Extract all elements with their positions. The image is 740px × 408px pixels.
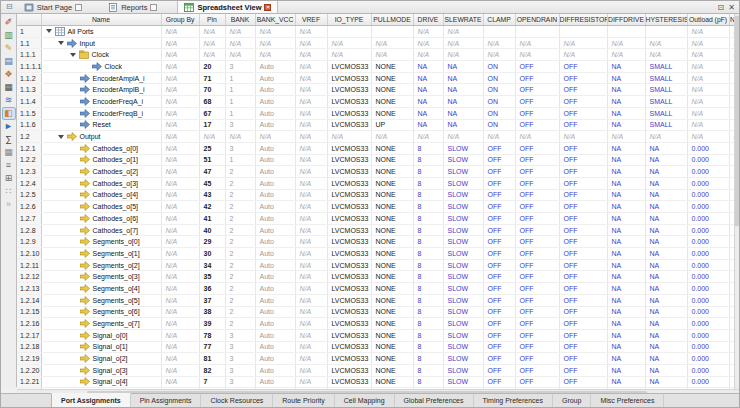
cell-pullmode[interactable]: NONE <box>371 306 413 318</box>
cell-hysteresis[interactable]: NA <box>645 224 687 236</box>
cell-name[interactable]: Clock <box>41 49 161 61</box>
tab-close-icon[interactable] <box>75 4 82 11</box>
cell-bank_vcc[interactable]: Auto <box>255 142 295 154</box>
cell-slewrate[interactable]: NA <box>443 107 483 119</box>
cell-name[interactable]: Cathodes_o[4] <box>41 189 161 201</box>
cell-clamp[interactable]: N/A <box>483 131 515 143</box>
cell-pin[interactable]: 51 <box>199 154 225 166</box>
cell-drive[interactable]: 8 <box>413 236 443 248</box>
cell-pin[interactable]: 70 <box>199 84 225 96</box>
cell-hysteresis[interactable]: NA <box>645 166 687 178</box>
cell-slewrate[interactable]: N/A <box>443 49 483 61</box>
cell-bank[interactable]: 2 <box>225 236 255 248</box>
cell-pin[interactable]: N/A <box>199 49 225 61</box>
cell-slewrate[interactable]: NA <box>443 61 483 73</box>
cell-pin[interactable]: 47 <box>199 166 225 178</box>
cell-name[interactable]: Signal_o[4] <box>41 376 161 388</box>
cell-bank[interactable]: 2 <box>225 189 255 201</box>
document-tab-reports[interactable]: Reports <box>102 1 163 13</box>
cell-outload_pf[interactable]: 0.000 <box>687 201 729 213</box>
toolbar-icon-15[interactable]: » <box>3 199 15 210</box>
cell-io_type[interactable]: LVCMOS33 <box>327 376 371 388</box>
cell-bank_vcc[interactable]: Auto <box>255 61 295 73</box>
cell-clamp[interactable]: ON <box>483 96 515 108</box>
cell-vref[interactable]: N/A <box>295 271 327 283</box>
cell-hysteresis[interactable]: NA <box>645 236 687 248</box>
cell-slewrate[interactable]: SLOW <box>443 364 483 376</box>
cell-clamp[interactable] <box>483 26 515 38</box>
cell-outload_pf[interactable]: 0.000 <box>687 166 729 178</box>
column-header-hysteresis[interactable]: HYSTERESIS <box>645 14 687 26</box>
cell-outload_pf[interactable]: 0.000 <box>687 376 729 388</box>
cell-opendrain[interactable]: OFF <box>515 271 559 283</box>
row-index[interactable]: 1.2.8 <box>17 224 41 236</box>
cell-group_by[interactable]: N/A <box>161 154 199 166</box>
cell-hysteresis[interactable]: NA <box>645 283 687 295</box>
cell-pullmode[interactable]: NONE <box>371 364 413 376</box>
cell-clamp[interactable]: ON <box>483 72 515 84</box>
toolbar-icon-10[interactable]: ∑ <box>3 134 15 145</box>
cell-vref[interactable]: N/A <box>295 341 327 353</box>
tree-expand-icon[interactable] <box>58 135 64 139</box>
cell-opendrain[interactable]: OFF <box>515 142 559 154</box>
cell-diffdrive[interactable]: NA <box>607 341 645 353</box>
cell-pin[interactable]: 30 <box>199 248 225 260</box>
cell-pullmode[interactable]: NONE <box>371 283 413 295</box>
cell-diffdrive[interactable] <box>607 26 645 38</box>
toolbar-icon-3[interactable]: ✎ <box>3 43 15 54</box>
cell-pin[interactable]: 67 <box>199 107 225 119</box>
cell-diffdrive[interactable]: NA <box>607 84 645 96</box>
cell-pullmode[interactable]: NONE <box>371 107 413 119</box>
cell-name[interactable]: EncoderAmplA_i <box>41 72 161 84</box>
cell-diffdrive[interactable]: NA <box>607 248 645 260</box>
cell-drive[interactable]: 8 <box>413 341 443 353</box>
document-tab-spreadsheet-view[interactable]: Spreadsheet View× <box>177 1 278 13</box>
cell-slewrate[interactable]: SLOW <box>443 376 483 388</box>
cell-hysteresis[interactable]: NA <box>645 306 687 318</box>
cell-pullmode[interactable]: N/A <box>371 37 413 49</box>
cell-group_by[interactable]: N/A <box>161 96 199 108</box>
cell-opendrain[interactable]: OFF <box>515 329 559 341</box>
cell-pullmode[interactable]: NONE <box>371 154 413 166</box>
cell-bank_vcc[interactable]: Auto <box>255 107 295 119</box>
cell-io_type[interactable]: LVCMOS33 <box>327 341 371 353</box>
view-tab-group[interactable]: Group <box>553 394 591 407</box>
cell-outload_pf[interactable]: 0.000 <box>687 306 729 318</box>
cell-drive[interactable]: 8 <box>413 329 443 341</box>
cell-group_by[interactable]: N/A <box>161 201 199 213</box>
cell-slewrate[interactable]: SLOW <box>443 177 483 189</box>
cell-diffresistor[interactable]: OFF <box>559 341 607 353</box>
view-tab-port-assignments[interactable]: Port Assignments <box>51 393 131 407</box>
cell-hysteresis[interactable]: NA <box>645 318 687 330</box>
cell-diffresistor[interactable]: OFF <box>559 72 607 84</box>
tab-close-icon[interactable] <box>150 4 157 11</box>
cell-name[interactable]: Input <box>41 37 161 49</box>
cell-diffresistor[interactable]: OFF <box>559 364 607 376</box>
toolbar-icon-4[interactable]: ▤ <box>3 56 15 67</box>
cell-name[interactable]: Cathodes_o[5] <box>41 201 161 213</box>
cell-name[interactable]: Output <box>41 131 161 143</box>
column-header-group_by[interactable]: Group By <box>161 14 199 26</box>
column-header-drive[interactable]: DRIVE <box>413 14 443 26</box>
cell-diffresistor[interactable]: OFF <box>559 213 607 225</box>
cell-vref[interactable]: N/A <box>295 166 327 178</box>
cell-vref[interactable]: N/A <box>295 131 327 143</box>
cell-hysteresis[interactable]: NA <box>645 341 687 353</box>
cell-diffresistor[interactable]: OFF <box>559 294 607 306</box>
cell-diffresistor[interactable] <box>559 26 607 38</box>
cell-diffresistor[interactable]: OFF <box>559 353 607 365</box>
cell-outload_pf[interactable]: 0.000 <box>687 364 729 376</box>
cell-pullmode[interactable]: NONE <box>371 236 413 248</box>
cell-clamp[interactable]: OFF <box>483 271 515 283</box>
cell-bank[interactable]: N/A <box>225 26 255 38</box>
cell-bank[interactable]: 2 <box>225 271 255 283</box>
cell-outload_pf[interactable]: 0.000 <box>687 213 729 225</box>
cell-diffresistor[interactable]: OFF <box>559 236 607 248</box>
cell-group_by[interactable]: N/A <box>161 37 199 49</box>
cell-io_type[interactable]: LVCMOS33 <box>327 236 371 248</box>
cell-hysteresis[interactable]: NA <box>645 353 687 365</box>
cell-hysteresis[interactable]: NA <box>645 329 687 341</box>
cell-pin[interactable]: 37 <box>199 294 225 306</box>
cell-clamp[interactable]: OFF <box>483 341 515 353</box>
cell-opendrain[interactable]: OFF <box>515 177 559 189</box>
